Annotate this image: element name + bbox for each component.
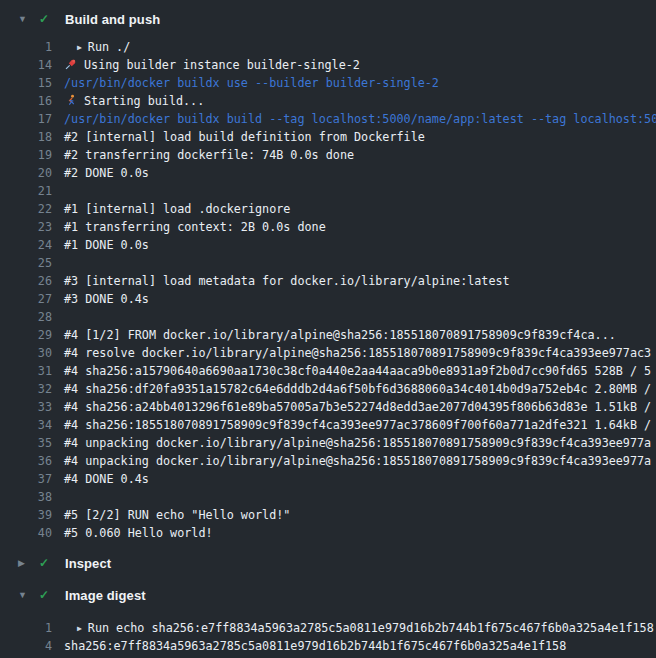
line-number[interactable]: 23 bbox=[0, 218, 52, 236]
line-number[interactable]: 31 bbox=[0, 362, 52, 380]
line-number[interactable]: 37 bbox=[0, 470, 52, 488]
line-number[interactable]: 36 bbox=[0, 452, 52, 470]
log-line[interactable]: 36 #4 unpacking docker.io/library/alpine… bbox=[0, 452, 656, 470]
log-line[interactable]: 29 #4 [1/2] FROM docker.io/library/alpin… bbox=[0, 326, 656, 344]
expand-chevron-icon[interactable]: ▶ bbox=[77, 39, 82, 56]
line-number[interactable]: 28 bbox=[0, 308, 52, 326]
log-section-image-digest: ▼ ✓ Image digest 1 ▶Run echo sha256:e7ff… bbox=[0, 584, 656, 655]
line-number[interactable]: 20 bbox=[0, 164, 52, 182]
line-number[interactable]: 33 bbox=[0, 398, 52, 416]
log-line[interactable]: 4 sha256:e7ff8834a5963a2785c5a0811e979d1… bbox=[0, 637, 656, 655]
log-line[interactable]: 39 #5 [2/2] RUN echo "Hello world!" bbox=[0, 506, 656, 524]
log-text: #3 [internal] load metadata for docker.i… bbox=[52, 272, 656, 290]
line-number[interactable]: 30 bbox=[0, 344, 52, 362]
log-line[interactable]: 38 bbox=[0, 488, 656, 506]
log-line[interactable]: 1 ▶Run echo sha256:e7ff8834a5963a2785c5a… bbox=[0, 619, 656, 637]
success-check-icon: ✓ bbox=[39, 8, 53, 30]
log-text: #4 sha256:df20fa9351a15782c64e6dddb2d4a6… bbox=[52, 380, 656, 398]
line-number[interactable]: 19 bbox=[0, 146, 52, 164]
log-text: #2 transferring dockerfile: 74B 0.0s don… bbox=[52, 146, 656, 164]
log-text: #4 sha256:a24bb4013296f61e89ba57005a7b3e… bbox=[52, 398, 656, 416]
log-text: Starting build... bbox=[52, 92, 656, 110]
line-number[interactable]: 15 bbox=[0, 74, 52, 92]
log-text: #4 unpacking docker.io/library/alpine@sh… bbox=[52, 434, 656, 452]
log-text: ▶Run ./ bbox=[52, 38, 656, 56]
line-number[interactable]: 21 bbox=[0, 182, 52, 200]
log-line[interactable]: 31 #4 sha256:a15790640a6690aa1730c38cf0a… bbox=[0, 362, 656, 380]
line-number[interactable]: 22 bbox=[0, 200, 52, 218]
log-text: #1 [internal] load .dockerignore bbox=[52, 200, 656, 218]
line-number[interactable]: 24 bbox=[0, 236, 52, 254]
log-line[interactable]: 25 bbox=[0, 254, 656, 272]
log-text: #4 resolve docker.io/library/alpine@sha2… bbox=[52, 344, 656, 362]
log-line[interactable]: 34 #4 sha256:185518070891758909c9f839cf4… bbox=[0, 416, 656, 434]
log-line[interactable]: 37 #4 DONE 0.4s bbox=[0, 470, 656, 488]
runner-icon bbox=[64, 94, 77, 107]
log-line[interactable]: 23 #1 transferring context: 2B 0.0s done bbox=[0, 218, 656, 236]
expand-chevron-icon[interactable]: ▶ bbox=[77, 620, 82, 637]
line-number[interactable]: 34 bbox=[0, 416, 52, 434]
disclosure-triangle-icon[interactable]: ▼ bbox=[18, 8, 30, 30]
line-number[interactable]: 27 bbox=[0, 290, 52, 308]
log-text: #2 [internal] load build definition from… bbox=[52, 128, 656, 146]
section-header[interactable]: ▶ ✓ Inspect bbox=[0, 552, 656, 574]
section-title: Image digest bbox=[65, 588, 146, 603]
log-text: #4 [1/2] FROM docker.io/library/alpine@s… bbox=[52, 326, 656, 344]
pin-icon bbox=[64, 58, 77, 71]
log-line[interactable]: 22 #1 [internal] load .dockerignore bbox=[0, 200, 656, 218]
success-check-icon: ✓ bbox=[39, 552, 53, 574]
line-number[interactable]: 1 bbox=[0, 619, 52, 637]
section-title: Inspect bbox=[65, 556, 111, 571]
log-text: #5 [2/2] RUN echo "Hello world!" bbox=[52, 506, 656, 524]
log-line[interactable]: 33 #4 sha256:a24bb4013296f61e89ba57005a7… bbox=[0, 398, 656, 416]
log-line[interactable]: 27 #3 DONE 0.4s bbox=[0, 290, 656, 308]
log-line[interactable]: 26 #3 [internal] load metadata for docke… bbox=[0, 272, 656, 290]
log-line[interactable]: 30 #4 resolve docker.io/library/alpine@s… bbox=[0, 344, 656, 362]
line-number[interactable]: 29 bbox=[0, 326, 52, 344]
log-text: #1 DONE 0.0s bbox=[52, 236, 656, 254]
log-line[interactable]: 19 #2 transferring dockerfile: 74B 0.0s … bbox=[0, 146, 656, 164]
log-text: /usr/bin/docker buildx build --tag local… bbox=[52, 110, 656, 128]
line-number[interactable]: 26 bbox=[0, 272, 52, 290]
line-number[interactable]: 32 bbox=[0, 380, 52, 398]
log-section-inspect: ▶ ✓ Inspect bbox=[0, 552, 656, 574]
log-line[interactable]: 20 #2 DONE 0.0s bbox=[0, 164, 656, 182]
section-header[interactable]: ▼ ✓ Image digest bbox=[0, 584, 656, 606]
line-number[interactable]: 4 bbox=[0, 637, 52, 655]
log-text bbox=[52, 254, 656, 272]
log-line[interactable]: 17 /usr/bin/docker buildx build --tag lo… bbox=[0, 110, 656, 128]
log-line[interactable]: 24 #1 DONE 0.0s bbox=[0, 236, 656, 254]
log-line[interactable]: 14 Using builder instance builder-single… bbox=[0, 56, 656, 74]
log-text bbox=[52, 308, 656, 326]
log-line[interactable]: 35 #4 unpacking docker.io/library/alpine… bbox=[0, 434, 656, 452]
log-line[interactable]: 18 #2 [internal] load build definition f… bbox=[0, 128, 656, 146]
log-text: ▶Run echo sha256:e7ff8834a5963a2785c5a08… bbox=[52, 619, 656, 637]
line-number[interactable]: 18 bbox=[0, 128, 52, 146]
line-number[interactable]: 40 bbox=[0, 524, 52, 542]
section-log-lines: 1 ▶Run echo sha256:e7ff8834a5963a2785c5a… bbox=[0, 619, 656, 655]
log-text: /usr/bin/docker buildx use --builder bui… bbox=[52, 74, 656, 92]
log-line[interactable]: 40 #5 0.060 Hello world! bbox=[0, 524, 656, 542]
line-number[interactable]: 1 bbox=[0, 38, 52, 56]
line-number[interactable]: 38 bbox=[0, 488, 52, 506]
disclosure-triangle-icon[interactable]: ▼ bbox=[18, 584, 30, 606]
log-line[interactable]: 32 #4 sha256:df20fa9351a15782c64e6dddb2d… bbox=[0, 380, 656, 398]
disclosure-triangle-icon[interactable]: ▶ bbox=[18, 552, 30, 574]
log-line[interactable]: 15 /usr/bin/docker buildx use --builder … bbox=[0, 74, 656, 92]
log-text: #3 DONE 0.4s bbox=[52, 290, 656, 308]
log-text: #1 transferring context: 2B 0.0s done bbox=[52, 218, 656, 236]
line-number[interactable]: 39 bbox=[0, 506, 52, 524]
line-number[interactable]: 17 bbox=[0, 110, 52, 128]
log-line[interactable]: 28 bbox=[0, 308, 656, 326]
line-number[interactable]: 16 bbox=[0, 92, 52, 110]
log-line[interactable]: 21 bbox=[0, 182, 656, 200]
log-text: #2 DONE 0.0s bbox=[52, 164, 656, 182]
log-line[interactable]: 1 ▶Run ./ bbox=[0, 38, 656, 56]
section-log-lines: 1 ▶Run ./ 14 Using builder instance buil… bbox=[0, 38, 656, 542]
log-line[interactable]: 16 Starting build... bbox=[0, 92, 656, 110]
section-header[interactable]: ▼ ✓ Build and push bbox=[0, 8, 656, 30]
line-number[interactable]: 25 bbox=[0, 254, 52, 272]
actions-log-viewer: ▼ ✓ Build and push 1 ▶Run ./ 14 Using bu… bbox=[0, 8, 656, 655]
line-number[interactable]: 35 bbox=[0, 434, 52, 452]
line-number[interactable]: 14 bbox=[0, 56, 52, 74]
